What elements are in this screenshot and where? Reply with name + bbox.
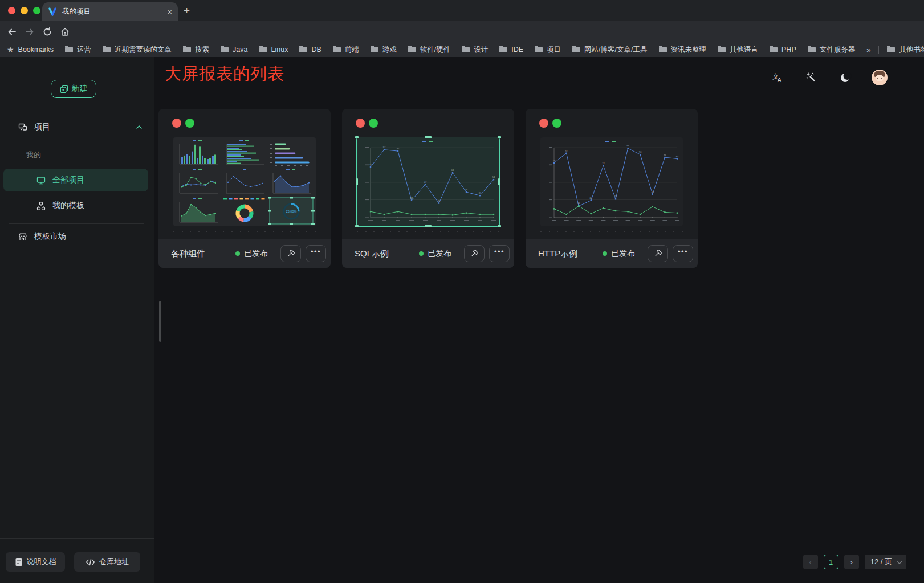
- status-text: 已发布: [428, 248, 451, 259]
- project-card-widgets[interactable]: 25.00% 各种组件 已发布: [158, 109, 331, 268]
- svg-text:A: A: [778, 77, 781, 83]
- scrollbar-thumb[interactable]: [159, 301, 161, 342]
- bookmark-folder[interactable]: 游戏: [371, 45, 397, 55]
- project-card-sql[interactable]: 72979524472064363154 SQL示例 已发布: [342, 109, 514, 268]
- user-avatar[interactable]: [872, 70, 888, 85]
- dark-mode-moon-icon[interactable]: [837, 70, 853, 85]
- tab-title: 我的项目: [62, 7, 162, 17]
- repository-button[interactable]: 仓库地址: [74, 552, 140, 572]
- svg-text:97: 97: [383, 146, 386, 149]
- line-chart-thumbnail: 72979524472064363154: [357, 137, 499, 226]
- status-text: 已发布: [244, 248, 268, 259]
- home-icon[interactable]: [60, 27, 70, 37]
- document-icon: [15, 558, 23, 566]
- folder-icon: [65, 47, 73, 52]
- more-actions-button[interactable]: •••: [489, 245, 510, 262]
- svg-text:31: 31: [479, 191, 482, 194]
- sidebar-group-projects[interactable]: 项目: [18, 122, 144, 132]
- bookmark-folder[interactable]: 运营: [65, 45, 91, 55]
- new-project-button[interactable]: 新建: [51, 80, 96, 98]
- bookmark-folder[interactable]: 资讯未整理: [659, 45, 707, 55]
- project-card-http[interactable]: 7892162474269990338684 HTTP示例 已发布: [526, 109, 698, 268]
- page-title: 大屏报表的列表: [165, 63, 284, 85]
- bookmarks-manager[interactable]: ★ Bookmarks: [7, 45, 54, 54]
- sidebar-item-my-templates[interactable]: 我的模板: [36, 201, 145, 211]
- folder-icon: [572, 47, 580, 52]
- window-zoom-button[interactable]: [33, 7, 40, 14]
- status-dot: [419, 251, 424, 256]
- window-minimize-button[interactable]: [21, 7, 28, 14]
- edit-project-button[interactable]: [280, 245, 301, 262]
- selection-handle[interactable]: [425, 225, 432, 227]
- svg-text:54: 54: [492, 176, 495, 178]
- language-icon[interactable]: 文 A: [769, 70, 785, 85]
- more-actions-button[interactable]: •••: [673, 245, 693, 262]
- bookmark-folder[interactable]: 近期需要读的文章: [103, 45, 172, 55]
- svg-text:99: 99: [626, 144, 629, 147]
- project-preview[interactable]: 25.00%: [173, 137, 316, 226]
- bookmark-folder[interactable]: 软件/硬件: [408, 45, 450, 55]
- new-tab-button[interactable]: +: [184, 5, 190, 17]
- other-bookmarks[interactable]: 其他书签: [887, 45, 924, 55]
- folder-icon: [183, 47, 191, 52]
- docs-button[interactable]: 说明文档: [6, 552, 65, 572]
- chevron-up-icon[interactable]: [135, 123, 144, 131]
- project-preview-selected[interactable]: 72979524472064363154: [357, 137, 499, 226]
- forward-icon[interactable]: [25, 27, 35, 37]
- selection-handle[interactable]: [498, 136, 501, 138]
- svg-text:47: 47: [424, 181, 427, 184]
- folder-icon: [221, 47, 229, 52]
- folder-icon: [808, 47, 816, 52]
- edit-project-button[interactable]: [464, 245, 485, 262]
- svg-text:84: 84: [676, 155, 679, 158]
- bookmark-folder[interactable]: 搜索: [183, 45, 209, 55]
- bookmark-folder[interactable]: IDE: [499, 45, 523, 55]
- svg-text:95: 95: [397, 147, 400, 150]
- selection-handle[interactable]: [356, 178, 358, 185]
- bookmark-folder[interactable]: 文件服务器: [808, 45, 856, 55]
- card-dot-red: [356, 119, 365, 128]
- selection-handle[interactable]: [425, 136, 432, 138]
- reload-icon[interactable]: [42, 27, 52, 37]
- back-icon[interactable]: [7, 27, 17, 37]
- card-footer: HTTP示例 已发布 •••: [526, 239, 698, 268]
- bookmarks-bar: ★ Bookmarks 运营近期需要读的文章搜索JavaLinuxDB前端游戏软…: [0, 42, 924, 57]
- folder-icon: [659, 47, 667, 52]
- folder-icon: [887, 47, 895, 52]
- project-name: SQL示例: [355, 248, 389, 259]
- bookmark-folder[interactable]: Linux: [259, 45, 288, 55]
- bookmark-folder[interactable]: 网站/博客/文章/工具: [572, 45, 647, 55]
- svg-text:74: 74: [602, 162, 605, 165]
- folder-icon: [499, 47, 507, 52]
- folder-icon: [259, 47, 267, 52]
- bookmark-folder[interactable]: 设计: [462, 45, 488, 55]
- more-actions-button[interactable]: •••: [306, 245, 326, 262]
- browser-tab[interactable]: 我的项目 ×: [42, 2, 178, 21]
- bookmark-folder[interactable]: 项目: [535, 45, 561, 55]
- selection-handle[interactable]: [498, 225, 501, 227]
- bookmark-folder[interactable]: Java: [221, 45, 247, 55]
- sidebar-item-template-market[interactable]: 模板市场: [18, 231, 144, 242]
- selection-handle[interactable]: [355, 136, 359, 138]
- selection-handle[interactable]: [498, 178, 500, 185]
- card-footer: 各种组件 已发布 •••: [158, 239, 331, 268]
- current-page-button[interactable]: 1: [824, 555, 838, 569]
- main-content: 大屏报表的列表 文 A: [154, 57, 924, 583]
- selection-handle[interactable]: [355, 225, 359, 227]
- bookmarks-overflow-icon[interactable]: »: [866, 46, 870, 54]
- svg-text:24: 24: [590, 197, 593, 199]
- project-name: HTTP示例: [538, 248, 577, 259]
- edit-project-button[interactable]: [648, 245, 668, 262]
- bookmark-folder[interactable]: 前端: [333, 45, 359, 55]
- tab-close-icon[interactable]: ×: [167, 7, 172, 16]
- magic-wand-icon[interactable]: [803, 70, 819, 85]
- bookmark-folder[interactable]: DB: [299, 45, 321, 55]
- page-size-select[interactable]: 12 / 页: [865, 555, 906, 569]
- bookmark-folder[interactable]: 其他语言: [718, 45, 758, 55]
- sidebar-item-all-projects[interactable]: 全部项目: [3, 169, 148, 191]
- bookmark-folder[interactable]: PHP: [770, 45, 796, 55]
- project-preview[interactable]: 7892162474269990338684: [540, 137, 683, 226]
- prev-page-button[interactable]: ‹: [803, 555, 818, 569]
- window-close-button[interactable]: [8, 7, 15, 14]
- next-page-button[interactable]: ›: [844, 555, 859, 569]
